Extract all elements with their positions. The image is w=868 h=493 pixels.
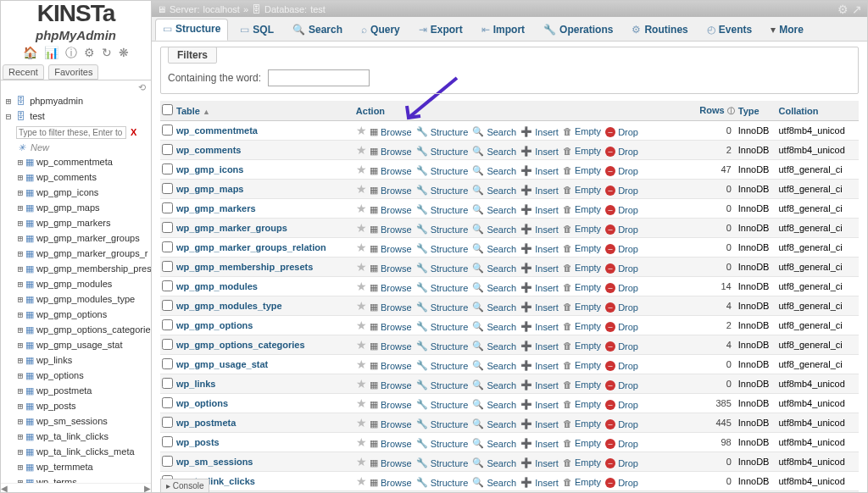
col-check[interactable] [160, 101, 175, 121]
tab-query[interactable]: ⌕Query [354, 20, 407, 41]
search-link[interactable]: 🔍Search [472, 438, 516, 449]
insert-link[interactable]: ➕Insert [520, 224, 559, 235]
select-all-checkbox[interactable] [162, 104, 173, 115]
search-link[interactable]: 🔍Search [472, 185, 516, 196]
empty-link[interactable]: 🗑Empty [563, 360, 601, 370]
expand-icon[interactable]: ⊞ [4, 95, 13, 108]
insert-link[interactable]: ➕Insert [520, 185, 559, 196]
drop-link[interactable]: –Drop [605, 224, 638, 235]
collapse-icon[interactable]: ⟲ [1, 80, 151, 93]
favorite-icon[interactable]: ★ [356, 182, 367, 196]
browse-link[interactable]: ▦Browse [370, 360, 412, 371]
tree-root[interactable]: ⊞ 🗄 phpmyadmin [4, 94, 151, 108]
drop-link[interactable]: –Drop [605, 400, 638, 410]
structure-link[interactable]: 🔧Structure [416, 399, 469, 410]
empty-link[interactable]: 🗑Empty [563, 418, 601, 429]
insert-link[interactable]: ➕Insert [520, 457, 559, 468]
row-checkbox[interactable] [162, 241, 173, 252]
insert-link[interactable]: ➕Insert [520, 146, 559, 157]
structure-link[interactable]: 🔧Structure [416, 204, 469, 215]
tree-db[interactable]: ⊟ 🗄 test X ✳ New ⊞▦wp_commentmeta⊞▦wp_co… [4, 109, 151, 483]
structure-link[interactable]: 🔧Structure [416, 185, 469, 196]
page-settings-icon[interactable]: ⚙ [837, 3, 849, 16]
tree-table[interactable]: ⊞▦wp_terms [16, 475, 151, 483]
tree-table[interactable]: ⊞▦wp_gmp_marker_groups_r [16, 246, 151, 261]
table-name[interactable]: wp_posts [175, 433, 354, 452]
tree-table[interactable]: ⊞▦wp_ta_link_clicks_meta [16, 445, 151, 459]
browse-link[interactable]: ▦Browse [370, 457, 412, 468]
col-type[interactable]: Type [737, 101, 777, 121]
table-name[interactable]: wp_sm_sessions [175, 452, 354, 472]
tab-events[interactable]: ◴Events [700, 20, 759, 41]
favorite-icon[interactable]: ★ [356, 357, 367, 371]
empty-link[interactable]: 🗑Empty [563, 282, 601, 292]
search-link[interactable]: 🔍Search [472, 165, 516, 176]
empty-link[interactable]: 🗑Empty [563, 126, 601, 136]
expand-icon[interactable]: ⊞ [16, 324, 25, 337]
browse-link[interactable]: ▦Browse [370, 302, 412, 313]
structure-link[interactable]: 🔧Structure [416, 126, 469, 137]
tree-table[interactable]: ⊞▦wp_gmp_modules [16, 277, 151, 291]
search-link[interactable]: 🔍Search [472, 360, 516, 371]
col-collation[interactable]: Collation [776, 101, 859, 121]
expand-icon[interactable]: ⊞ [16, 415, 25, 429]
search-link[interactable]: 🔍Search [472, 477, 516, 488]
insert-link[interactable]: ➕Insert [520, 321, 559, 332]
favorite-icon[interactable]: ★ [356, 435, 367, 449]
table-name[interactable]: wp_gmp_marker_groups [175, 219, 354, 238]
drop-link[interactable]: –Drop [605, 147, 638, 157]
tab-more[interactable]: ▾More [764, 20, 810, 41]
insert-link[interactable]: ➕Insert [520, 204, 559, 215]
structure-link[interactable]: 🔧Structure [416, 418, 469, 429]
col-table[interactable]: Table ▲ [175, 101, 354, 121]
structure-link[interactable]: 🔧Structure [416, 341, 469, 352]
row-checkbox[interactable] [162, 163, 173, 174]
expand-icon[interactable]: ⊞ [16, 476, 25, 483]
tree-table[interactable]: ⊞▦wp_gmp_icons [16, 186, 151, 200]
row-checkbox[interactable] [162, 319, 173, 330]
row-checkbox[interactable] [162, 436, 173, 447]
row-checkbox[interactable] [162, 358, 173, 369]
gear-icon[interactable]: ❋ [119, 46, 129, 59]
table-name[interactable]: wp_gmp_options [175, 316, 354, 335]
favorite-icon[interactable]: ★ [356, 221, 367, 235]
structure-link[interactable]: 🔧Structure [416, 146, 469, 157]
empty-link[interactable]: 🗑Empty [563, 165, 601, 175]
search-link[interactable]: 🔍Search [472, 126, 516, 137]
row-checkbox[interactable] [162, 144, 173, 155]
drop-link[interactable]: –Drop [605, 439, 638, 449]
search-link[interactable]: 🔍Search [472, 321, 516, 332]
tree-table[interactable]: ⊞▦wp_postmeta [16, 384, 151, 398]
favorite-icon[interactable]: ★ [356, 455, 367, 468]
tree-table[interactable]: ⊞▦wp_gmp_usage_stat [16, 338, 151, 352]
drop-link[interactable]: –Drop [605, 322, 638, 332]
insert-link[interactable]: ➕Insert [520, 379, 559, 391]
col-rows[interactable]: Rows ⓘ [692, 101, 737, 121]
expand-icon[interactable]: ⊞ [16, 278, 25, 291]
search-link[interactable]: 🔍Search [472, 282, 516, 293]
browse-link[interactable]: ▦Browse [370, 477, 412, 488]
drop-link[interactable]: –Drop [605, 458, 638, 468]
structure-link[interactable]: 🔧Structure [416, 302, 469, 313]
structure-link[interactable]: 🔧Structure [416, 360, 469, 371]
expand-icon[interactable]: ⊞ [16, 308, 25, 322]
table-name[interactable]: wp_links [175, 374, 354, 394]
expand-icon[interactable]: ⊞ [16, 354, 25, 368]
expand-icon[interactable]: ⊞ [16, 385, 25, 398]
browse-link[interactable]: ▦Browse [370, 282, 412, 293]
table-name[interactable]: wp_gmp_maps [175, 180, 354, 199]
table-name[interactable]: wp_gmp_modules_type [175, 296, 354, 316]
empty-link[interactable]: 🗑Empty [563, 263, 601, 273]
reload-icon[interactable]: ↻ [102, 46, 112, 59]
drop-link[interactable]: –Drop [605, 244, 638, 254]
insert-link[interactable]: ➕Insert [520, 263, 559, 274]
table-name[interactable]: wp_gmp_membership_presets [175, 258, 354, 277]
insert-link[interactable]: ➕Insert [520, 418, 559, 429]
empty-link[interactable]: 🗑Empty [563, 146, 601, 156]
tab-recent[interactable]: Recent [3, 64, 44, 80]
expand-icon[interactable]: ⊞ [16, 369, 25, 383]
favorite-icon[interactable]: ★ [356, 163, 367, 176]
drop-link[interactable]: –Drop [605, 478, 638, 488]
empty-link[interactable]: 🗑Empty [563, 302, 601, 312]
browse-link[interactable]: ▦Browse [370, 204, 412, 215]
